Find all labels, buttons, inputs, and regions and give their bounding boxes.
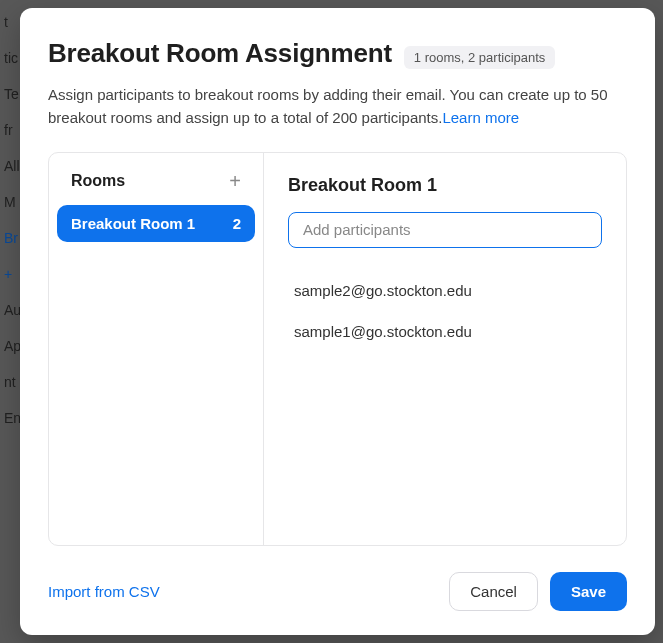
room-item-label: Breakout Room 1 — [71, 215, 195, 232]
rooms-summary-pill: 1 rooms, 2 participants — [404, 46, 556, 69]
add-participant-field-wrap[interactable] — [288, 212, 602, 248]
modal-description: Assign participants to breakout rooms by… — [48, 83, 627, 130]
import-csv-link[interactable]: Import from CSV — [48, 583, 160, 600]
modal-description-text: Assign participants to breakout rooms by… — [48, 86, 608, 126]
participant-row[interactable]: sample2@go.stockton.edu — [288, 270, 602, 311]
learn-more-link[interactable]: Learn more — [442, 109, 519, 126]
modal-header: Breakout Room Assignment 1 rooms, 2 part… — [48, 38, 627, 69]
room-detail-title: Breakout Room 1 — [288, 175, 602, 196]
room-item-count: 2 — [233, 215, 241, 232]
rooms-sidebar: Rooms + Breakout Room 1 2 — [49, 153, 264, 546]
footer-buttons: Cancel Save — [449, 572, 627, 611]
participant-row[interactable]: sample1@go.stockton.edu — [288, 311, 602, 352]
save-button[interactable]: Save — [550, 572, 627, 611]
breakout-room-modal: Breakout Room Assignment 1 rooms, 2 part… — [20, 8, 655, 635]
add-participant-input[interactable] — [303, 221, 587, 238]
modal-title: Breakout Room Assignment — [48, 38, 392, 69]
add-room-button[interactable]: + — [229, 171, 241, 191]
rooms-header-label: Rooms — [71, 172, 125, 190]
room-detail: Breakout Room 1 sample2@go.stockton.edu … — [264, 153, 626, 546]
room-item-1[interactable]: Breakout Room 1 2 — [57, 205, 255, 242]
cancel-button[interactable]: Cancel — [449, 572, 538, 611]
rooms-header: Rooms + — [57, 171, 255, 205]
modal-footer: Import from CSV Cancel Save — [48, 546, 627, 611]
plus-icon: + — [229, 170, 241, 192]
assignment-panel: Rooms + Breakout Room 1 2 Breakout Room … — [48, 152, 627, 547]
